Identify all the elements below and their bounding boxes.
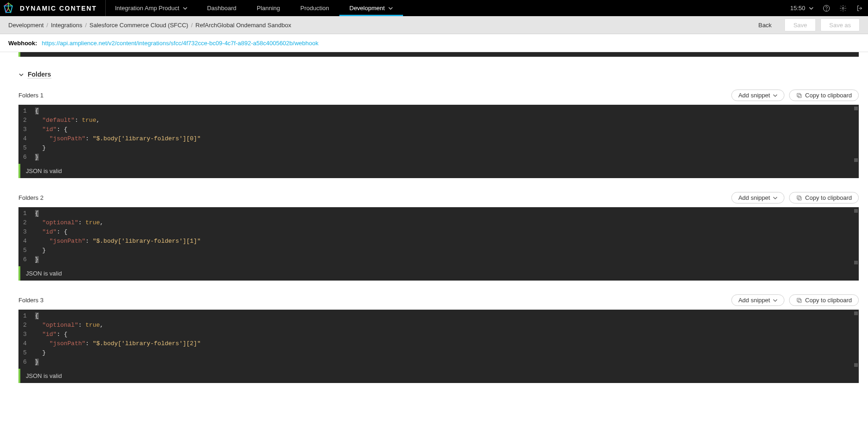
folder-block: Folders 3 Add snippet Copy to clipboard … [18, 294, 859, 383]
caret-down-icon [809, 6, 814, 11]
json-editor[interactable]: 123456 { "default": true, "id": { "jsonP… [18, 105, 859, 164]
add-snippet-label: Add snippet [738, 297, 770, 304]
code-area[interactable]: { "optional": true, "id": { "jsonPath": … [31, 310, 859, 369]
caret-down-icon [183, 6, 187, 11]
breadcrumb-sep: / [47, 22, 48, 29]
scrollbar-thumb[interactable] [854, 363, 858, 367]
breadcrumb-sep: / [191, 22, 193, 29]
copy-to-clipboard-button[interactable]: Copy to clipboard [789, 192, 859, 204]
svg-point-1 [826, 10, 827, 10]
breadcrumb: Development / Integrations / Salesforce … [8, 22, 291, 29]
svg-rect-3 [798, 94, 801, 97]
breadcrumb-item[interactable]: Salesforce Commerce Cloud (SFCC) [90, 22, 188, 29]
tab-production[interactable]: Production [290, 0, 339, 16]
caret-down-icon [388, 6, 393, 11]
add-snippet-dropdown[interactable]: Add snippet [731, 192, 784, 204]
main-content: Folders Folders 1 Add snippet Copy to cl… [0, 52, 868, 406]
svg-rect-8 [797, 298, 800, 301]
add-snippet-label: Add snippet [738, 194, 770, 201]
copy-to-clipboard-button[interactable]: Copy to clipboard [789, 90, 859, 101]
brand-name: DYNAMIC CONTENT [16, 0, 106, 16]
top-navbar: DYNAMIC CONTENT Integration Amp Product … [0, 0, 868, 16]
svg-point-2 [842, 7, 844, 9]
webhook-label: Webhook: [8, 40, 37, 47]
code-area[interactable]: { "optional": true, "id": { "jsonPath": … [31, 207, 859, 266]
product-selector-dropdown[interactable]: Integration Amp Product [106, 0, 197, 16]
json-status-bar: JSON is valid [18, 164, 859, 178]
line-numbers: 123456 [18, 105, 31, 164]
line-numbers: 123456 [18, 207, 31, 266]
tab-planning[interactable]: Planning [247, 0, 290, 16]
code-area[interactable]: { "default": true, "id": { "jsonPath": "… [31, 105, 859, 164]
json-editor[interactable]: 123456 { "optional": true, "id": { "json… [18, 207, 859, 266]
breadcrumb-current: RefArchGlobal Ondemand Sandbox [195, 22, 291, 29]
back-button[interactable]: Back [750, 18, 780, 31]
caret-down-icon [773, 298, 778, 303]
webhook-url-link[interactable]: https://api.amplience.net/v2/content/int… [42, 40, 319, 47]
breadcrumb-item[interactable]: Development [8, 22, 44, 29]
breadcrumb-sep: / [85, 22, 87, 29]
tab-development-label: Development [350, 5, 385, 12]
folder-block: Folders 1 Add snippet Copy to clipboard … [18, 90, 859, 178]
scrollbar-thumb[interactable] [854, 107, 858, 110]
subheader: Development / Integrations / Salesforce … [0, 16, 868, 34]
copy-icon [796, 297, 802, 304]
json-status-bar: JSON is valid [18, 266, 859, 281]
folder-title: Folders 3 [18, 297, 43, 304]
svg-rect-6 [797, 196, 800, 199]
time-dropdown[interactable]: 15:50 [785, 5, 818, 12]
scrollbar-thumb[interactable] [854, 261, 858, 264]
add-snippet-dropdown[interactable]: Add snippet [731, 294, 784, 306]
svg-rect-7 [798, 299, 801, 302]
tab-development[interactable]: Development [339, 0, 404, 16]
folder-block: Folders 2 Add snippet Copy to clipboard … [18, 192, 859, 281]
caret-down-icon [773, 196, 778, 200]
webhook-row: Webhook: https://api.amplience.net/v2/co… [0, 34, 868, 52]
copy-label: Copy to clipboard [805, 297, 852, 304]
save-as-button[interactable]: Save as [820, 18, 860, 31]
folder-header: Folders 3 Add snippet Copy to clipboard [18, 294, 859, 306]
svg-rect-5 [798, 197, 801, 200]
folder-title: Folders 2 [18, 194, 43, 201]
copy-icon [796, 92, 802, 99]
time-label: 15:50 [790, 5, 805, 12]
save-button[interactable]: Save [784, 18, 816, 31]
scrollbar-thumb[interactable] [854, 158, 858, 162]
folder-title: Folders 1 [18, 92, 43, 99]
folder-header: Folders 2 Add snippet Copy to clipboard [18, 192, 859, 204]
line-numbers: 123456 [18, 310, 31, 369]
scrollbar-thumb[interactable] [854, 209, 858, 213]
folders-section-label: Folders [28, 71, 51, 78]
product-selector-label: Integration Amp Product [115, 5, 179, 12]
top-status-strip [18, 52, 859, 57]
json-status-bar: JSON is valid [18, 369, 859, 383]
caret-down-icon [773, 93, 778, 98]
copy-label: Copy to clipboard [805, 194, 852, 201]
logout-icon[interactable] [851, 0, 868, 16]
svg-rect-4 [797, 93, 800, 96]
add-snippet-dropdown[interactable]: Add snippet [731, 90, 784, 101]
folders-section-toggle[interactable]: Folders [18, 71, 859, 78]
folder-header: Folders 1 Add snippet Copy to clipboard [18, 90, 859, 101]
brand-logo-icon [0, 0, 16, 16]
copy-to-clipboard-button[interactable]: Copy to clipboard [789, 294, 859, 306]
scrollbar-thumb[interactable] [854, 311, 858, 315]
nav-tabs: Dashboard Planning Production Developmen… [197, 0, 403, 16]
add-snippet-label: Add snippet [738, 92, 770, 99]
copy-icon [796, 195, 802, 201]
json-editor[interactable]: 123456 { "optional": true, "id": { "json… [18, 310, 859, 369]
chevron-down-icon [18, 72, 24, 78]
copy-label: Copy to clipboard [805, 92, 852, 99]
help-icon[interactable] [818, 0, 835, 16]
tab-dashboard[interactable]: Dashboard [197, 0, 247, 16]
breadcrumb-item[interactable]: Integrations [51, 22, 82, 29]
settings-gear-icon[interactable] [835, 0, 851, 16]
